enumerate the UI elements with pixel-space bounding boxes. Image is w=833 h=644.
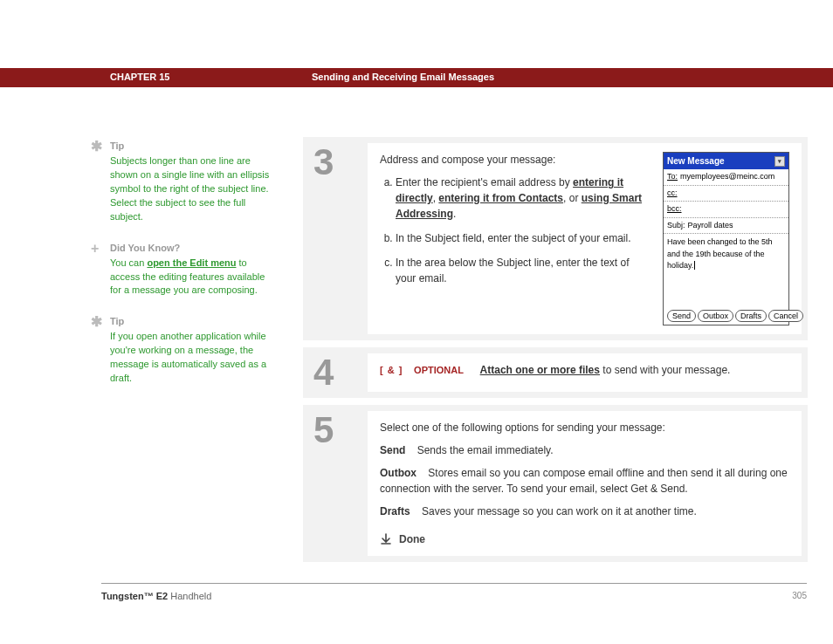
step-3-text: Address and compose your message: Enter …	[380, 152, 651, 325]
tip-block: ✱TipIf you open another application whil…	[91, 315, 274, 386]
option-label: Send	[380, 444, 405, 456]
tip-icon: ✱	[91, 140, 107, 154]
optional-label: OPTIONAL	[414, 365, 464, 375]
tip-heading: Tip	[110, 140, 274, 154]
cc-field: cc:	[664, 186, 788, 202]
product-name: Tungsten™ E2 Handheld	[101, 591, 211, 601]
to-value: myemployees@meinc.com	[680, 171, 785, 183]
page-footer: Tungsten™ E2 Handheld 305	[101, 583, 807, 601]
screenshot-button: Drafts	[735, 310, 767, 322]
step-3-intro: Address and compose your message:	[380, 152, 651, 168]
step-link[interactable]: entering it from Contacts	[438, 192, 563, 204]
tip-text: You can open the Edit menu to access the…	[110, 257, 274, 298]
step-4-suffix: to send with your message.	[600, 364, 730, 376]
step-5: 5 Select one of the following options fo…	[302, 404, 809, 563]
option-text: Stores email so you can compose email of…	[380, 467, 788, 495]
tip-text: If you open another application while yo…	[110, 330, 274, 386]
to-field: To: myemployees@meinc.com	[664, 169, 788, 186]
option-definition: Drafts Saves your message so you can wor…	[380, 504, 789, 519]
dropdown-icon: ▾	[774, 156, 785, 167]
chapter-title: Sending and Receiving Email Messages	[312, 72, 494, 82]
option-text: Saves your message so you can work on it…	[419, 505, 697, 517]
step-number: 3	[313, 144, 368, 181]
step-number: 4	[313, 354, 368, 391]
optional-brackets: [ & ]	[380, 365, 403, 375]
done-indicator: Done	[380, 531, 789, 547]
option-definition: Send Sends the email immediately.	[380, 442, 789, 458]
handheld-screenshot: New Message ▾ To: myemployees@meinc.com …	[663, 152, 789, 325]
subj-field: Subj: Payroll dates	[664, 218, 788, 235]
step-3-item: In the Subject field, enter the subject …	[396, 230, 651, 246]
option-definition: Outbox Stores email so you can compose e…	[380, 465, 789, 497]
chapter-label: CHAPTER 15	[110, 72, 169, 82]
option-label: Drafts	[380, 505, 410, 517]
main-steps: 3 Address and compose your message: Ente…	[302, 136, 809, 568]
message-body: Have been changed to the 5th and the 19t…	[664, 234, 788, 307]
sidebar: ✱TipSubjects longer than one line are sh…	[91, 140, 274, 403]
page-number: 305	[792, 591, 807, 601]
screenshot-buttons: SendOutboxDraftsCancel	[664, 307, 788, 325]
bcc-field: bcc:	[664, 202, 788, 218]
screenshot-button: Cancel	[768, 310, 803, 322]
tip-icon: +	[91, 242, 107, 256]
down-arrow-icon	[380, 533, 392, 545]
tip-block: ✱TipSubjects longer than one line are sh…	[91, 140, 274, 224]
tip-block: +Did You Know?You can open the Edit menu…	[91, 242, 274, 298]
to-label: To:	[667, 171, 678, 183]
bcc-label: bcc:	[667, 203, 682, 216]
step-number: 5	[313, 412, 368, 449]
chapter-header: CHAPTER 15 Sending and Receiving Email M…	[0, 68, 833, 87]
subj-label: Subj:	[667, 220, 685, 232]
screenshot-titlebar: New Message ▾	[664, 153, 788, 169]
step-3-item: In the area below the Subject line, ente…	[396, 255, 651, 286]
tip-heading: Tip	[110, 315, 274, 329]
tip-heading: Did You Know?	[110, 242, 274, 256]
tip-link[interactable]: open the Edit menu	[147, 257, 236, 268]
done-label: Done	[399, 531, 425, 547]
tip-icon: ✱	[91, 315, 107, 329]
step-5-intro: Select one of the following options for …	[380, 420, 789, 435]
screenshot-button: Outbox	[698, 310, 733, 322]
subj-value: Payroll dates	[688, 220, 785, 232]
option-text: Sends the email immediately.	[414, 444, 553, 456]
screenshot-button: Send	[667, 310, 696, 322]
step-3: 3 Address and compose your message: Ente…	[302, 136, 809, 341]
step-3-item: Enter the recipient's email address by e…	[396, 175, 651, 222]
tip-text: Subjects longer than one line are shown …	[110, 154, 274, 224]
option-label: Outbox	[380, 467, 416, 479]
attach-files-link[interactable]: Attach one or more files	[480, 364, 600, 376]
cc-label: cc:	[667, 188, 678, 200]
step-4: 4 [ & ] OPTIONAL Attach one or more file…	[302, 346, 809, 399]
screenshot-title: New Message	[667, 154, 725, 168]
